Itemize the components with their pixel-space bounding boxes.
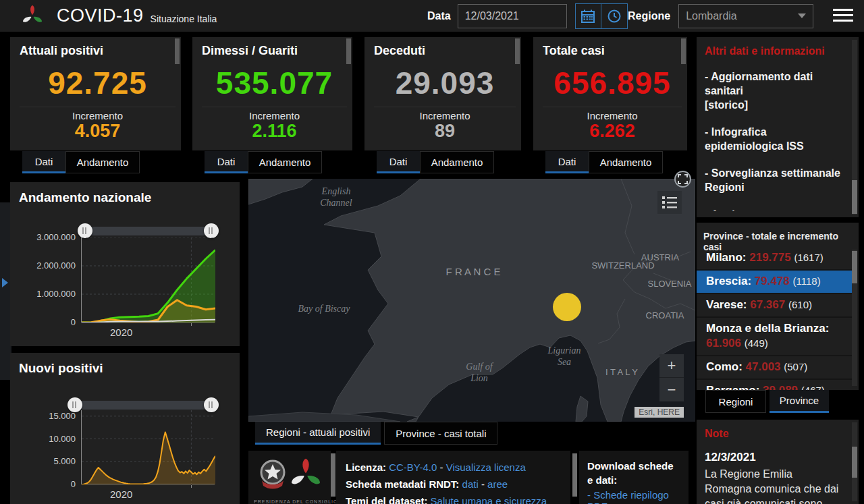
zoom-out-button[interactable]: − — [659, 378, 684, 401]
province-name: Brescia: — [706, 275, 755, 287]
calendar-icon — [580, 9, 595, 24]
increment-label: Incremento — [202, 110, 347, 121]
download-title: Download schede e dati: — [579, 451, 688, 487]
note-text: La Regione Emilia Romagna comunica che d… — [705, 467, 841, 504]
calendar-button[interactable] — [575, 3, 601, 29]
download-pdf-link[interactable]: - Schede riepilogo PDF — [579, 487, 688, 504]
dati-link[interactable]: dati — [462, 478, 479, 490]
scrollbar-thumb[interactable] — [852, 251, 857, 283]
y-tick-label: 0 — [14, 479, 76, 489]
increment-value: 6.262 — [543, 121, 682, 141]
card-tabs: Dati Andamento — [545, 151, 663, 173]
province-name: Varese: — [706, 298, 750, 311]
chart-title: Nuovi positivi — [19, 361, 103, 376]
tab-province[interactable]: Province — [770, 390, 829, 413]
increment-value: 4.057 — [20, 121, 176, 141]
panel-altri-dati: Altri dati e informazioni - Aggiornament… — [697, 37, 859, 217]
card-scrollbar[interactable] — [681, 38, 686, 64]
province-name: Como: — [706, 360, 746, 373]
tab-andamento[interactable]: Andamento — [420, 151, 494, 173]
tab-andamento[interactable]: Andamento — [65, 151, 140, 173]
themes-line: Temi del dataset: Salute umana e sicurez… — [346, 493, 570, 504]
visualizza-licenza-link[interactable]: Visualizza licenza — [446, 461, 526, 473]
province-total: 219.775 — [749, 251, 794, 264]
link-partial[interactable]: - Aggiornamento vaccinazioni — [705, 207, 842, 211]
province-row[interactable]: Milano: 219.775 (1617) — [697, 247, 853, 269]
footer-download-panel: Download schede e dati: - Schede riepilo… — [579, 451, 688, 504]
slider-handle-left[interactable] — [68, 397, 82, 412]
tab-dati[interactable]: Dati — [22, 151, 65, 173]
slider-handle-left[interactable] — [78, 223, 92, 238]
footer-license-panel: Licenza: CC-BY-4.0 - Visualizza licenza … — [336, 451, 570, 504]
salute-umana-link[interactable]: Salute umana e sicurezza — [431, 495, 547, 504]
scrollbar-thumb[interactable] — [852, 447, 857, 478]
slider-handle-right[interactable] — [204, 223, 219, 238]
tab-andamento[interactable]: Andamento — [248, 151, 322, 173]
province-total: 67.367 — [750, 298, 788, 311]
date-input[interactable] — [458, 4, 567, 28]
time-range-slider[interactable] — [85, 227, 211, 235]
tab-regioni-attuali-positivi[interactable]: Regioni - attuali positivi — [255, 422, 381, 445]
tab-dati[interactable]: Dati — [545, 151, 589, 173]
increment-value: 89 — [374, 121, 516, 141]
tab-andamento[interactable]: Andamento — [589, 151, 663, 173]
province-increment: (1617) — [794, 252, 823, 263]
legend-button[interactable] — [657, 191, 682, 214]
time-button[interactable] — [601, 3, 628, 29]
link-aggiornamento-dati[interactable]: - Aggiornamento dati sanitari [storico] — [705, 69, 842, 112]
province-total: 79.478 — [755, 275, 793, 287]
tab-province-casi-totali[interactable]: Province - casi totali — [384, 422, 497, 445]
card-scrollbar[interactable] — [515, 38, 520, 64]
repubblica-italiana-logo — [258, 456, 288, 494]
province-increment: (507) — [784, 361, 807, 372]
top-bar: COVID-19 Situazione Italia Data — [0, 0, 864, 32]
tab-dati[interactable]: Dati — [205, 151, 248, 173]
province-increment: (467) — [801, 385, 825, 390]
map[interactable]: English ChannelF R A N C EBay of BiscayS… — [248, 179, 695, 422]
province-name: Monza e della Brianza: — [706, 322, 829, 335]
card-scrollbar[interactable] — [346, 38, 351, 64]
province-increment: (1118) — [793, 275, 821, 287]
province-row[interactable]: Varese: 67.367 (610) — [697, 293, 853, 316]
menu-icon[interactable] — [833, 9, 853, 24]
province-total: 39.089 — [763, 384, 801, 390]
province-row[interactable]: Bergamo: 39.089 (467) — [697, 379, 853, 390]
x-axis-label: 2020 — [110, 327, 132, 338]
time-range-slider[interactable] — [75, 401, 211, 410]
card-scrollbar[interactable] — [175, 38, 180, 64]
scrollbar-thumb[interactable] — [852, 180, 857, 214]
link-infografica-iss[interactable]: - Infografica epidemiologica ISS — [705, 125, 842, 153]
province-total: 47.003 — [746, 360, 784, 373]
panel-note: Note 12/3/2021 La Regione Emilia Romagna… — [697, 420, 859, 504]
card-attuali-positivi: Attuali positivi 92.725 Incremento 4.057 — [10, 37, 181, 150]
province-increment: (449) — [745, 337, 768, 349]
card-totale-casi: Totale casi 656.895 Incremento 6.262 — [533, 37, 687, 150]
license-link[interactable]: CC-BY-4.0 — [389, 461, 437, 473]
card-tabs: Dati Andamento — [205, 151, 322, 173]
province-row[interactable]: Monza e della Brianza: 61.906 (449) — [697, 316, 853, 355]
y-tick-label: 10.000 — [14, 434, 76, 444]
tab-regioni[interactable]: Regioni — [705, 390, 766, 413]
card-value: 29.093 — [374, 65, 516, 101]
region-select[interactable]: Lombardia — [678, 4, 813, 28]
footer-scrollbar[interactable] — [331, 453, 335, 497]
chevron-down-icon — [798, 13, 806, 18]
expand-map-icon[interactable] — [674, 171, 691, 188]
page-subtitle: Situazione Italia — [151, 13, 217, 24]
footer-logos-panel: PRESIDENZA DEL CONSIGLIO DEI MINISTRI — [248, 451, 331, 504]
y-tick-label: 3.000.000 — [14, 232, 76, 242]
aree-link[interactable]: aree — [487, 478, 508, 490]
tab-dati[interactable]: Dati — [377, 151, 420, 173]
footer-scrollbar[interactable] — [572, 453, 577, 497]
expand-panel-arrow[interactable] — [2, 278, 8, 287]
region-marker-lombardia[interactable] — [553, 293, 581, 321]
province-row[interactable]: Como: 47.003 (507) — [697, 355, 853, 379]
card-title: Attuali positivi — [20, 44, 176, 58]
region-label: Regione — [628, 10, 670, 22]
increment-label: Incremento — [543, 110, 682, 121]
chart-title: Andamento nazionale — [19, 190, 151, 205]
zoom-in-button[interactable]: + — [659, 354, 684, 378]
link-sorveglianza-regioni[interactable]: - Sorveglianza settimanale Regioni — [705, 166, 842, 194]
y-tick-label: 5.000 — [14, 456, 76, 466]
province-row[interactable]: Brescia: 79.478 (1118) — [697, 269, 853, 293]
